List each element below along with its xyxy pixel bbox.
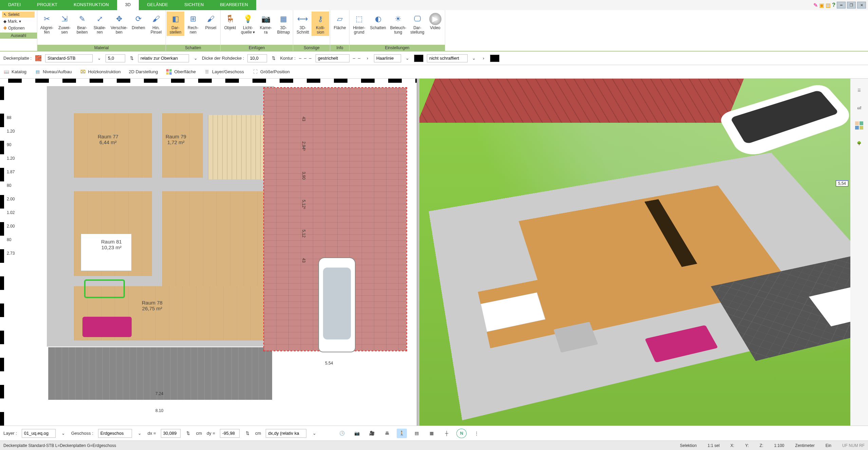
spinner-icon[interactable]: ⇅ xyxy=(270,56,277,61)
forward-icon[interactable]: › xyxy=(480,56,487,61)
options-button[interactable]: ✚Optionen xyxy=(2,25,35,31)
ribbon-video-button[interactable]: ▶Video xyxy=(427,12,444,32)
ribbon-rech-nen-button[interactable]: ⊞Rech- nen xyxy=(184,12,202,36)
ribbon-fläche-button[interactable]: ▱Fläche xyxy=(331,12,348,32)
spinner-icon[interactable]: ⇅ xyxy=(129,56,135,61)
ribbon-verschie-ben-button[interactable]: ✥Verschie- ben xyxy=(109,12,130,36)
size-button[interactable]: ⛶Größe/Position xyxy=(252,69,290,75)
grid-icon[interactable]: ▦ xyxy=(427,429,437,438)
chevron-down-icon[interactable]: ⌄ xyxy=(60,431,67,436)
menu-tab-datei[interactable]: DATEI xyxy=(0,0,29,10)
ribbon-kame-ra-button[interactable]: 📷Kame- ra xyxy=(257,12,275,36)
surface-button[interactable]: Oberfläche xyxy=(166,69,196,75)
hairline-select[interactable] xyxy=(374,54,401,62)
material-select[interactable] xyxy=(45,54,93,62)
ribbon-skalie-ren-button[interactable]: ⤢Skalie- ren xyxy=(91,12,109,36)
close-button[interactable]: ✕ xyxy=(857,2,866,8)
layer-button[interactable]: ☰Layer/Geschoss xyxy=(204,69,244,75)
ribbon-pinsel-button[interactable]: 🖌Pinsel xyxy=(202,12,220,32)
color-swatch-black2[interactable] xyxy=(490,55,499,62)
printer-icon[interactable]: 🖶 xyxy=(382,429,392,438)
ribbon: ↖Selekt ◆Mark. ▾ ✚Optionen Auswahl ✂Abgr… xyxy=(0,10,868,52)
stack-icon[interactable]: ▤ xyxy=(412,429,422,438)
view-3d[interactable]: 5,54 ☰ 🛋 🌳 xyxy=(419,79,868,426)
ribbon-dar-stellung-button[interactable]: 🖵Dar- stellung xyxy=(408,12,426,36)
layer-select[interactable] xyxy=(22,429,56,438)
menu-tab-konstruktion[interactable]: KONSTRUKTION xyxy=(65,0,117,10)
layers-icon[interactable]: ☰ xyxy=(854,85,865,96)
layers-icon: ☰ xyxy=(204,69,210,75)
menu-tab-bearbeiten[interactable]: BEARBEITEN xyxy=(212,0,256,10)
chevron-down-icon[interactable]: ⌄ xyxy=(96,56,102,61)
ribbon-objekt-button[interactable]: 🪑Objekt xyxy=(221,12,239,32)
hatch-select[interactable] xyxy=(427,54,468,62)
restore-button[interactable]: ❐ xyxy=(847,2,856,8)
level-button[interactable]: ▤Niveau/Aufbau xyxy=(35,69,72,75)
plan-canvas[interactable]: Raum 776,44 m² Raum 791,72 m² Raum 8110,… xyxy=(6,83,417,426)
chevron-down-icon[interactable]: ⌄ xyxy=(137,431,143,436)
dx-input[interactable] xyxy=(161,429,181,438)
palette-icon[interactable] xyxy=(854,120,865,131)
secondary-toolbar: 📖Katalog ▤Niveau/Aufbau ⌧Holzkonstruktio… xyxy=(0,65,868,79)
ribbon-kolli-sion-button[interactable]: ⚷Kolli- sion xyxy=(312,12,329,36)
chevron-down-icon[interactable]: ⌄ xyxy=(471,56,477,61)
ribbon-hinter-grund-button[interactable]: ⬚Hinter- grund xyxy=(350,12,368,36)
chevron-down-icon[interactable]: ⌄ xyxy=(404,56,411,61)
menu-tab-gelände[interactable]: GELÄNDE xyxy=(139,0,176,10)
svg-rect-5 xyxy=(860,121,863,125)
ribbon-3d-schnitt-button[interactable]: ⟷3D- Schnitt xyxy=(294,12,312,36)
dy-input[interactable] xyxy=(220,429,240,438)
ribbon-licht-quelle-button[interactable]: 💡Licht- quelle ▾ xyxy=(239,12,257,36)
ribbon-zuwei-sen-button[interactable]: ⇲Zuwei- sen xyxy=(56,12,73,36)
svg-rect-0 xyxy=(166,69,169,72)
contour-style-select[interactable] xyxy=(316,54,350,62)
ribbon-bear-beiten-button[interactable]: ✎Bear- beiten xyxy=(73,12,91,36)
wood-button[interactable]: ⌧Holzkonstruktion xyxy=(80,69,120,75)
slab-label: Deckenplatte : xyxy=(3,56,32,61)
spinner-icon[interactable]: ⇅ xyxy=(185,431,191,436)
thickness-input[interactable] xyxy=(247,54,267,62)
grid2-icon[interactable]: ┼ xyxy=(441,429,452,438)
coord-mode-select[interactable] xyxy=(266,429,306,438)
package-icon[interactable]: ▣ xyxy=(819,2,824,8)
chevron-down-icon[interactable]: ⌄ xyxy=(192,56,199,61)
ribbon-hin.pinsel-button[interactable]: 🖌Hin. Pinsel xyxy=(147,12,165,36)
minimize-button[interactable]: ━ xyxy=(837,2,846,8)
menu-tab-3d[interactable]: 3D xyxy=(117,0,139,10)
ribbon-drehen-button[interactable]: ⟳Drehen xyxy=(130,12,147,32)
dash-icon: – – – xyxy=(299,56,312,61)
camera-icon[interactable]: 📷 xyxy=(352,429,362,438)
view-2d[interactable]: Raum 776,44 m² Raum 791,72 m² Raum 8110,… xyxy=(0,79,417,426)
help-icon[interactable]: ? xyxy=(832,2,835,8)
levels-icon: ▤ xyxy=(35,69,41,75)
ribbon-schatten-button[interactable]: ◐Schatten xyxy=(368,12,388,32)
catalog-button[interactable]: 📖Katalog xyxy=(3,69,26,75)
menu-icon[interactable]: ⋮ xyxy=(471,429,482,438)
select-button[interactable]: ↖Selekt xyxy=(2,12,35,18)
ribbon-3d-bitmap-button[interactable]: ▦3D- Bitmap xyxy=(275,12,292,36)
ribbon-abgrei-fen-button[interactable]: ✂Abgrei- fen xyxy=(38,12,56,36)
offset-input[interactable] xyxy=(106,54,125,62)
2d-display-button[interactable]: 2D Darstellung xyxy=(129,69,158,74)
unit-label: cm xyxy=(255,431,261,436)
color-swatch-black[interactable] xyxy=(414,55,423,62)
north-icon[interactable]: N xyxy=(456,429,467,438)
furniture-icon[interactable]: 🛋 xyxy=(854,102,865,113)
wand-icon[interactable]: ✎ xyxy=(813,2,818,8)
walk-icon[interactable]: 🚶 xyxy=(397,429,407,438)
clock-icon[interactable]: 🕒 xyxy=(337,429,347,438)
chevron-down-icon[interactable]: ⌄ xyxy=(311,431,317,436)
menu-tab-sichten[interactable]: SICHTEN xyxy=(176,0,212,10)
package2-icon[interactable]: ▥ xyxy=(826,2,831,8)
spinner-icon[interactable]: ⇅ xyxy=(244,431,250,436)
relative-select[interactable] xyxy=(138,54,189,62)
floor-select[interactable] xyxy=(98,429,132,438)
forward-icon[interactable]: › xyxy=(364,56,371,61)
tree-icon[interactable]: 🌳 xyxy=(854,138,865,149)
ribbon-dar-stellen-button[interactable]: ◧Dar- stellen xyxy=(167,12,184,36)
record-icon[interactable]: 🎥 xyxy=(367,429,377,438)
mark-button[interactable]: ◆Mark. ▾ xyxy=(2,18,35,24)
ribbon-beleuch-tung-button[interactable]: ☀Beleuch- tung xyxy=(388,12,408,36)
svg-rect-1 xyxy=(169,69,172,72)
menu-tab-projekt[interactable]: PROJEKT xyxy=(29,0,65,10)
